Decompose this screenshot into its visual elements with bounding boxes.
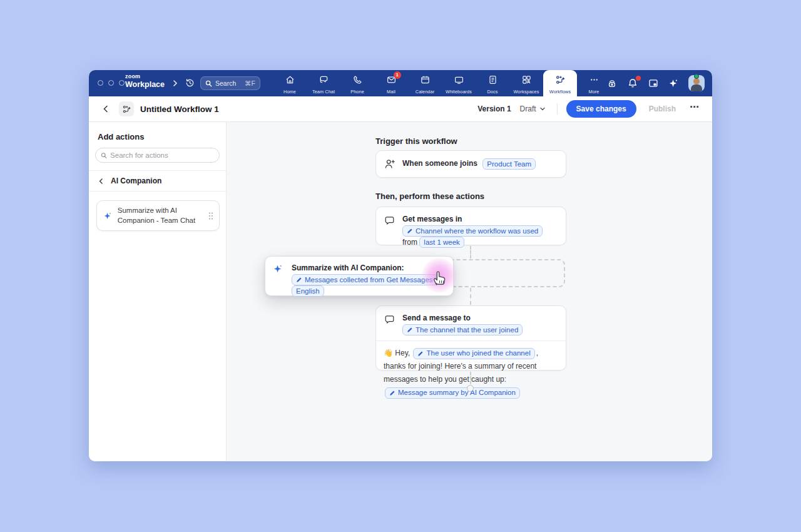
chat-bubble-icon (384, 314, 396, 325)
whiteboards-icon (454, 74, 464, 85)
global-search-input[interactable]: Search ⌘F (200, 76, 260, 90)
workflow-file-icon (119, 101, 134, 116)
time-range-pill[interactable]: last 1 week (419, 237, 464, 248)
close-window-icon[interactable] (98, 80, 103, 86)
summary-pill[interactable]: Message summary by AI Companion (385, 387, 520, 399)
tab-home[interactable]: Home (273, 70, 307, 96)
status-available-dot (694, 74, 699, 79)
pencil-icon (389, 390, 395, 396)
phone-icon (352, 74, 363, 85)
more-options-button[interactable]: ⋯ (688, 101, 702, 116)
dragging-summarize-card[interactable]: Summarize with AI Companion: Messages co… (265, 256, 454, 296)
version-label: Version 1 (477, 105, 511, 113)
sidebar-divider (89, 191, 226, 192)
zoom-workplace-window: zoom Workplace Search ⌘F Home (89, 70, 712, 461)
nav-tabs: Home Team Chat Phone 1 Mail Calendar (273, 70, 611, 96)
workflow-end-node[interactable] (467, 385, 474, 392)
desktop-background: zoom Workplace Search ⌘F Home (0, 0, 801, 532)
tab-whiteboards[interactable]: Whiteboards (442, 70, 476, 96)
tab-workflows[interactable]: Workflows (543, 70, 577, 96)
home-icon (285, 74, 295, 85)
window-controls[interactable] (98, 80, 125, 86)
pencil-icon (407, 228, 413, 234)
actions-heading: Then, perform these actions (375, 192, 484, 201)
get-messages-card[interactable]: Get messages in Channel where the workfl… (375, 207, 566, 245)
connector-line (470, 246, 471, 258)
language-pill[interactable]: English (292, 285, 324, 297)
docs-icon (487, 74, 498, 85)
calendar-icon (420, 74, 431, 85)
actions-search-box[interactable] (95, 148, 220, 163)
tab-team-chat[interactable]: Team Chat (307, 70, 340, 96)
action-item-summarize-ai-companion[interactable]: Summarize with AI Companion - Team Chat (96, 200, 220, 231)
zoom-workplace-logo: zoom Workplace (125, 74, 165, 89)
user-pill[interactable]: The user who joined the channel (413, 348, 534, 359)
devices-icon[interactable] (606, 78, 618, 89)
navbar-utilities (606, 70, 705, 96)
add-actions-sidebar: Add actions AI Companion Summarize with … (89, 122, 227, 461)
logo-workplace-text: Workplace (125, 81, 165, 89)
team-chat-icon (319, 74, 329, 85)
save-changes-button[interactable]: Save changes (566, 100, 636, 118)
status-value: Draft (520, 105, 536, 113)
category-back-ai-companion[interactable]: AI Companion (89, 171, 226, 191)
sidebar-heading: Add actions (89, 122, 226, 148)
back-button[interactable] (99, 102, 113, 116)
search-placeholder: Search (215, 79, 236, 87)
tab-calendar[interactable]: Calendar (408, 70, 442, 96)
tab-phone[interactable]: Phone (340, 70, 374, 96)
publish-button: Publish (643, 100, 682, 118)
workflows-icon (555, 74, 566, 85)
back-chevron-icon (98, 178, 105, 185)
top-navbar: zoom Workplace Search ⌘F Home (89, 70, 712, 96)
back-chevron-icon (101, 105, 110, 113)
trigger-heading: Trigger this workflow (375, 136, 457, 146)
tab-workspaces[interactable]: Workspaces (509, 70, 543, 96)
workflow-canvas: Trigger this workflow When someone joins… (227, 122, 712, 461)
status-dropdown[interactable]: Draft (518, 103, 548, 115)
chevron-down-icon (539, 106, 546, 112)
team-pill[interactable]: Product Team (482, 158, 536, 170)
search-icon (205, 80, 212, 87)
history-icon[interactable] (185, 78, 195, 91)
connector-line (470, 372, 471, 384)
workflow-titlebar: Untitled Workflow 1 Version 1 Draft Save… (89, 96, 712, 122)
tab-mail[interactable]: 1 Mail (374, 70, 408, 96)
user-add-icon (384, 158, 396, 170)
search-shortcut: ⌘F (245, 79, 255, 87)
logo-zoom-text: zoom (125, 74, 165, 79)
titlebar-divider (557, 103, 558, 115)
ai-sparkle-icon (273, 263, 285, 274)
message-text: Hey, (395, 349, 410, 357)
connector-line (470, 288, 471, 305)
pencil-icon (417, 350, 424, 357)
pencil-icon (407, 327, 413, 333)
pencil-icon (296, 277, 302, 283)
trigger-text: When someone joins (402, 159, 477, 168)
workspaces-icon (521, 74, 532, 85)
notifications-bell-icon[interactable] (627, 78, 638, 89)
search-icon (101, 152, 107, 159)
connector-word: from (402, 238, 417, 247)
send-message-title: Send a message to (402, 313, 523, 324)
actions-search-input[interactable] (110, 151, 214, 159)
chat-bubble-icon (384, 215, 396, 227)
action-item-label: Summarize with AI Companion - Team Chat (118, 206, 203, 225)
panel-layout-icon[interactable] (648, 78, 659, 89)
tab-docs[interactable]: Docs (476, 70, 509, 96)
messages-input-pill[interactable]: Messages collected from Get Messages (292, 274, 437, 285)
tab-more[interactable]: More (577, 70, 611, 96)
send-message-card[interactable]: Send a message to The channel that the u… (375, 305, 566, 371)
expand-chevron-icon[interactable] (171, 78, 180, 91)
drag-handle-icon[interactable] (208, 212, 214, 220)
mail-badge: 1 (394, 71, 401, 79)
category-label: AI Companion (111, 176, 161, 185)
minimize-window-icon[interactable] (108, 80, 114, 86)
more-icon (589, 74, 599, 85)
workflow-title: Untitled Workflow 1 (140, 105, 219, 114)
channel-pill[interactable]: Channel where the workflow was used (402, 225, 543, 237)
ai-companion-icon[interactable] (668, 78, 679, 89)
trigger-card[interactable]: When someone joins Product Team (375, 150, 566, 178)
target-channel-pill[interactable]: The channel that the user joined (402, 324, 523, 335)
maximize-window-icon[interactable] (119, 80, 125, 86)
